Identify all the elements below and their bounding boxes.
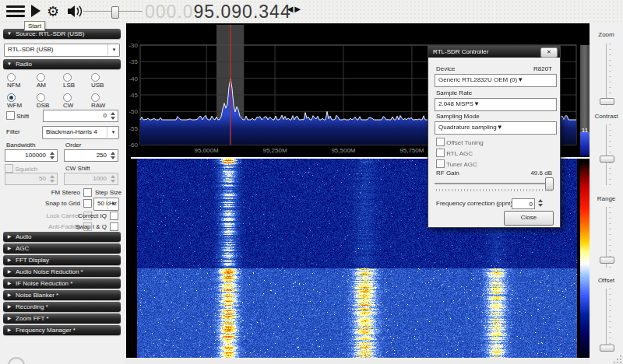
dropdown-arrow-icon: ▼ [107, 44, 118, 55]
expand-arrow-icon: ▶ [3, 243, 16, 254]
sampling-mode-select[interactable]: Quadrature sampling▼ [435, 121, 557, 135]
svg-text:-40: -40 [128, 75, 138, 82]
gear-icon[interactable]: ⚙ [47, 2, 59, 21]
offset-tuning-row: Offset Tuning [436, 138, 484, 146]
panel-header-fft-display[interactable]: ▶FFT Display [3, 255, 121, 265]
close-icon[interactable]: ✕ [540, 47, 558, 58]
snap-to-grid-checkbox[interactable] [83, 199, 92, 208]
source-panel-header[interactable]: ▼Source: RTL-SDR (USB) [3, 29, 121, 39]
tuner-chip-label: R820T [533, 65, 552, 72]
spinner-buttons[interactable] [109, 151, 117, 160]
mode-usb[interactable]: USB [91, 73, 104, 89]
expand-arrow-icon: ▶ [3, 290, 16, 300]
offset-slider-track[interactable] [606, 289, 607, 349]
zoom-slider-track[interactable] [606, 44, 607, 106]
shift-checkbox[interactable] [6, 111, 15, 120]
offset-tuning-checkbox[interactable] [436, 138, 445, 146]
speaker-icon[interactable] [67, 5, 84, 18]
mode-wfm[interactable]: WFM [7, 93, 22, 109]
mode-lsb[interactable]: LSB [63, 73, 75, 89]
panel-header-agc[interactable]: ▶AGC [3, 243, 121, 254]
device-select[interactable]: Generic RTL2832U OEM (0)▼ [435, 74, 557, 87]
mode-raw[interactable]: RAW [91, 93, 105, 109]
cw-shift-spinner[interactable]: 1000 [64, 173, 118, 185]
play-button[interactable] [31, 5, 40, 17]
order-spinner[interactable]: 250 [64, 149, 118, 162]
squelch-checkbox[interactable] [5, 164, 13, 173]
volume-slider-thumb[interactable] [111, 6, 119, 19]
snr-meter-fill [580, 132, 590, 156]
range-slider-thumb[interactable] [600, 257, 614, 264]
dropdown-arrow-icon: ▼ [517, 76, 523, 83]
mode-nfm[interactable]: NFM [7, 73, 20, 89]
radio-panel-header[interactable]: ▼Radio [3, 59, 121, 69]
spinner-buttons[interactable] [109, 174, 117, 184]
step-size-select[interactable]: 50 kHz▼ [93, 198, 119, 211]
panel-header-if-noise-reduction[interactable]: ▶IF Noise Reduction * [3, 278, 121, 289]
collapse-arrow-icon: ▼ [3, 59, 16, 69]
svg-text:95,000M: 95,000M [195, 147, 219, 154]
fm-stereo-checkbox[interactable] [83, 188, 92, 197]
panel-header-audio-noise-reduction[interactable]: ▶Audio Noise Reduction * [3, 267, 121, 277]
expand-arrow-icon: ▶ [3, 302, 16, 312]
filter-label: Filter [6, 128, 20, 135]
contrast-slider-label: Contrast [590, 113, 623, 120]
frequency-display[interactable]: 000.095.090.344 [145, 0, 291, 23]
dropdown-arrow-icon: ▼ [497, 124, 503, 131]
expand-arrow-icon: ▶ [3, 325, 16, 335]
correct-iq-checkbox[interactable] [110, 212, 118, 220]
rf-gain-value: 49.6 dB [530, 170, 552, 177]
mode-cw[interactable]: CW [63, 93, 74, 109]
spinner-buttons[interactable] [535, 198, 544, 209]
dropdown-arrow-icon: ▼ [107, 198, 117, 209]
contrast-slider-track[interactable] [606, 124, 607, 185]
zoom-slider-thumb[interactable] [600, 98, 614, 105]
sampling-mode-label: Sampling Mode [436, 113, 480, 120]
rtl-agc-checkbox[interactable] [436, 149, 445, 157]
sidebar: ▼Source: RTL-SDR (USB) RTL-SDR (USB)▼ ▼R… [0, 23, 125, 364]
filter-select[interactable]: Blackman-Harris 4▼ [42, 126, 119, 139]
source-device-select[interactable]: RTL-SDR (USB)▼ [4, 44, 120, 57]
svg-text:95,500M: 95,500M [331, 147, 355, 154]
panel-header-recording[interactable]: ▶Recording * [3, 302, 121, 312]
step-size-label: Step Size [95, 189, 121, 196]
shift-row: Shift [6, 111, 29, 120]
close-button[interactable]: Close [504, 211, 554, 226]
svg-text:-45: -45 [128, 92, 138, 99]
squelch-spinner[interactable]: 50 [5, 173, 58, 185]
rf-gain-slider-track[interactable] [435, 183, 554, 184]
mode-dsb[interactable]: DSB [37, 93, 49, 109]
swap-iq-checkbox[interactable] [110, 222, 118, 231]
shift-spinner[interactable]: 0 [43, 110, 118, 122]
tuner-agc-row: Tuner AGC [436, 159, 477, 168]
spinner-buttons[interactable] [48, 151, 56, 160]
panel-header-audio[interactable]: ▶Audio [3, 232, 121, 242]
rf-gain-slider-ticks [436, 189, 552, 191]
tuner-agc-checkbox[interactable] [436, 159, 445, 168]
range-slider-label: Range [590, 195, 623, 202]
dropdown-arrow-icon: ▼ [107, 127, 117, 138]
squelch-label: Squelch [15, 166, 37, 173]
sample-rate-select[interactable]: 2.048 MSPS▼ [435, 98, 557, 111]
spinner-buttons[interactable] [109, 111, 117, 121]
contrast-slider-thumb[interactable] [600, 156, 614, 163]
svg-text:-35: -35 [128, 58, 138, 65]
resize-grip-icon[interactable] [614, 355, 621, 363]
radio-panel-title: Radio [16, 61, 32, 68]
menu-icon[interactable] [6, 5, 25, 18]
panel-header-frequency-manager[interactable]: ▶Frequency Manager * [3, 325, 121, 335]
mode-am[interactable]: AM [37, 73, 48, 89]
correct-iq-label: Correct IQ [70, 212, 107, 219]
expand-arrow-icon: ▶ [3, 232, 16, 242]
collapse-arrow-icon: ▼ [3, 29, 16, 39]
ppm-input[interactable] [512, 198, 535, 209]
svg-text:-30: -30 [128, 42, 138, 49]
spinner-buttons[interactable] [48, 174, 56, 184]
offset-slider-thumb[interactable] [600, 345, 614, 352]
panel-header-zoom-fft[interactable]: ▶Zoom FFT * [3, 313, 121, 324]
frequency-step-arrows-icon[interactable]: ◄► [285, 3, 301, 15]
svg-text:-55: -55 [128, 125, 138, 132]
panel-header-noise-blanker[interactable]: ▶Noise Blanker * [3, 290, 121, 300]
anti-fading-label: Anti-Fading [0, 223, 80, 230]
bandwidth-spinner[interactable]: 100000 [5, 149, 58, 162]
